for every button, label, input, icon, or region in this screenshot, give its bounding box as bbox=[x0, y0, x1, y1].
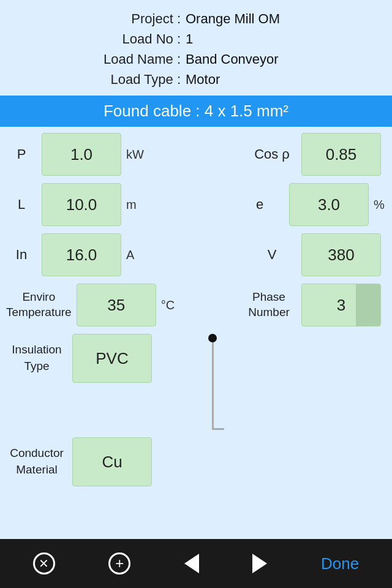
in-input[interactable]: 16.0 bbox=[42, 233, 121, 276]
load-name-label: Load Name : bbox=[89, 49, 181, 69]
in-unit: A bbox=[126, 248, 145, 262]
project-label: Project : bbox=[89, 9, 181, 29]
conductor-value: Cu bbox=[102, 453, 122, 472]
in-section: In 16.0 A bbox=[6, 233, 196, 276]
phase-value: 3 bbox=[337, 296, 345, 315]
cos-section: Cos ρ 0.85 bbox=[196, 133, 386, 176]
phase-section: PhaseNumber 3 bbox=[196, 284, 386, 326]
close-button[interactable]: ✕ bbox=[23, 548, 65, 579]
v-value: 380 bbox=[328, 246, 354, 265]
load-no-label: Load No : bbox=[89, 29, 181, 49]
p-section: P 1.0 kW bbox=[6, 133, 196, 176]
phase-label: PhaseNumber bbox=[241, 290, 296, 320]
e-input[interactable]: 3.0 bbox=[289, 183, 369, 226]
enviro-value: 35 bbox=[107, 296, 125, 315]
phase-input[interactable]: 3 bbox=[301, 284, 381, 326]
e-unit: % bbox=[374, 198, 386, 212]
p-value: 1.0 bbox=[70, 145, 92, 164]
load-no-value: 1 bbox=[181, 29, 303, 49]
bracket-dot bbox=[208, 334, 217, 342]
found-cable-banner: Found cable : 4 x 1.5 mm² bbox=[0, 96, 392, 127]
project-row: Project : Orange Mill OM bbox=[12, 9, 380, 29]
insulation-bracket-row: InsulationType PVC bbox=[6, 334, 386, 430]
close-icon: ✕ bbox=[33, 552, 55, 575]
insulation-value: PVC bbox=[96, 349, 128, 368]
l-input[interactable]: 10.0 bbox=[42, 183, 121, 226]
conductor-label: ConductorMaterial bbox=[6, 445, 67, 478]
enviro-section: EnviroTemperature 35 °C bbox=[6, 284, 196, 326]
p-label: P bbox=[6, 146, 37, 162]
in-v-row: In 16.0 A V 380 bbox=[6, 233, 386, 276]
found-cable-text: Found cable : 4 x 1.5 mm² bbox=[104, 102, 288, 120]
p-input[interactable]: 1.0 bbox=[42, 133, 121, 176]
done-button[interactable]: Done bbox=[311, 549, 369, 578]
forward-arrow-icon bbox=[252, 554, 267, 573]
cos-input[interactable]: 0.85 bbox=[301, 133, 381, 176]
cos-label: Cos ρ bbox=[247, 146, 296, 162]
e-label: e bbox=[235, 197, 284, 213]
insulation-section: InsulationType PVC bbox=[6, 334, 157, 383]
l-unit: m bbox=[126, 198, 145, 212]
project-value: Orange Mill OM bbox=[181, 9, 303, 29]
p-unit: kW bbox=[126, 148, 145, 162]
back-button[interactable] bbox=[175, 549, 209, 578]
enviro-input[interactable]: 35 bbox=[77, 284, 156, 326]
load-type-value: Motor bbox=[181, 69, 303, 89]
add-button[interactable]: + bbox=[99, 548, 140, 579]
back-arrow-icon bbox=[184, 554, 199, 573]
in-label: In bbox=[6, 247, 37, 263]
main-content: P 1.0 kW Cos ρ 0.85 L 10.0 m e 3.0 % bbox=[0, 127, 392, 500]
v-input[interactable]: 380 bbox=[301, 233, 381, 276]
l-value: 10.0 bbox=[66, 195, 97, 214]
e-section: e 3.0 % bbox=[196, 183, 386, 226]
in-value: 16.0 bbox=[66, 246, 97, 265]
cos-value: 0.85 bbox=[326, 145, 357, 164]
insulation-input[interactable]: PVC bbox=[72, 334, 152, 383]
load-no-row: Load No : 1 bbox=[12, 29, 380, 49]
load-name-value: Band Conveyor bbox=[181, 49, 303, 69]
insulation-label: InsulationType bbox=[6, 342, 67, 374]
forward-button[interactable] bbox=[243, 549, 277, 578]
bracket-section bbox=[206, 334, 224, 430]
conductor-input[interactable]: Cu bbox=[72, 437, 152, 486]
bracket-bottom-line bbox=[212, 428, 224, 430]
v-label: V bbox=[247, 247, 296, 263]
l-e-row: L 10.0 m e 3.0 % bbox=[6, 183, 386, 226]
bottom-nav: ✕ + Done bbox=[0, 539, 392, 588]
done-label: Done bbox=[321, 554, 359, 573]
enviro-unit: °C bbox=[161, 298, 179, 312]
plus-icon: + bbox=[108, 552, 130, 575]
l-section: L 10.0 m bbox=[6, 183, 196, 226]
enviro-label: EnviroTemperature bbox=[6, 290, 72, 320]
enviro-phase-row: EnviroTemperature 35 °C PhaseNumber 3 bbox=[6, 284, 386, 326]
load-type-label: Load Type : bbox=[89, 69, 181, 89]
v-section: V 380 bbox=[196, 233, 386, 276]
e-value: 3.0 bbox=[318, 195, 340, 214]
l-label: L bbox=[6, 197, 37, 213]
header-section: Project : Orange Mill OM Load No : 1 Loa… bbox=[0, 0, 392, 96]
p-cos-row: P 1.0 kW Cos ρ 0.85 bbox=[6, 133, 386, 176]
load-name-row: Load Name : Band Conveyor bbox=[12, 49, 380, 69]
conductor-row: ConductorMaterial Cu bbox=[6, 437, 386, 486]
bracket-vertical-line bbox=[212, 342, 214, 428]
load-type-row: Load Type : Motor bbox=[12, 69, 380, 89]
